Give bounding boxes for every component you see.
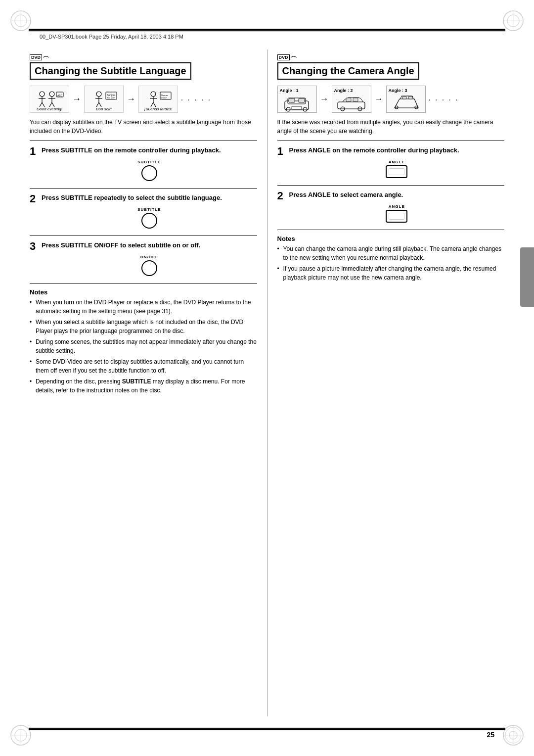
subtitle-dots: · · · · · [181,95,212,103]
left-step1-header: 1 Press SUBTITLE on the remote controlle… [30,146,257,157]
onoff-button-circle [141,260,157,276]
right-step1-button: ANGLE [289,160,505,178]
person-svg-3: ¡Buenas tardes! [143,90,173,109]
subtitle-illus-1: ABC Good evening! [30,86,69,113]
step2-divider-right [277,185,505,186]
left-step2: 2 Press SUBTITLE repeatedly to select th… [30,193,257,229]
left-step2-header: 2 Press SUBTITLE repeatedly to select th… [30,193,257,204]
right-dvd-arrow-icon [291,55,297,59]
notes-divider-left [30,283,257,284]
right-step2-button: ANGLE [289,204,505,223]
left-notes-list: When you turn on the DVD Player or repla… [30,298,257,395]
left-note-3: During some scenes, the subtitles may no… [30,337,257,355]
svg-point-17 [40,92,44,96]
svg-text:ABC: ABC [57,94,63,97]
svg-rect-55 [346,98,351,101]
subtitle-illus-3: ¡Buenas tardes! ¡Buenas tardes! [138,86,178,113]
svg-line-26 [52,102,54,107]
right-column: DVD Changing the Camera Angle Angle : 1 [267,49,505,716]
svg-line-21 [42,102,44,107]
subtitle-arrow-2: → [127,94,135,104]
left-dvd-label: DVD [30,54,257,60]
side-tab [520,247,534,307]
angle-button-1-label: ANGLE [389,160,405,164]
subtitle-button-1-circle [141,165,157,181]
onoff-button-label: ON/OFF [140,255,158,259]
right-notes: Notes You can change the camera angle du… [277,235,505,282]
dvd-arrow-icon [43,55,49,59]
svg-point-50 [303,107,307,111]
right-dvd-label: DVD [277,54,505,60]
left-step1-button: SUBTITLE [42,160,257,181]
right-step1-text: Press ANGLE on the remote controller dur… [289,146,459,155]
person-svg-1: ABC [35,90,64,109]
svg-rect-59 [402,96,406,99]
step3-divider-left [30,236,257,236]
file-info: 00_DV-SP301.book Page 25 Friday, April 1… [40,34,183,40]
angle-label-2: Angle : 2 [334,88,353,93]
svg-rect-45 [285,101,309,110]
left-step2-text: Press SUBTITLE repeatedly to select the … [42,193,222,202]
left-description: You can display subtitles on the TV scre… [30,118,257,136]
bottom-border-thick [29,728,505,730]
subtitle-illus-2: Bonjour Bon soir! Bon soir! [84,86,124,113]
right-notes-title: Notes [277,235,505,242]
angle-button-2-rect [386,210,407,223]
step1-divider-right [277,141,505,141]
left-step3-text: Press SUBTITLE ON/OFF to select subtitle… [42,241,200,250]
left-step3: 3 Press SUBTITLE ON/OFF to select subtit… [30,241,257,276]
left-column: DVD Changing the Subtitle Language [30,49,267,716]
svg-rect-47 [289,98,295,102]
right-step1-header: 1 Press ANGLE on the remote controller d… [277,146,505,157]
left-step1-number: 1 [30,146,39,157]
left-step2-number: 2 [30,193,39,204]
left-step3-button: ON/OFF [42,255,257,276]
left-note-5: Depending on the disc, pressing SUBTITLE… [30,377,257,395]
left-section-title: Changing the Subtitle Language [30,62,191,80]
angle-label-3: Angle : 3 [389,88,407,93]
step2-divider-left [30,188,257,189]
left-note-2: When you select a subtitle language whic… [30,318,257,335]
right-description: If the scene was recorded from multiple … [277,118,505,136]
svg-rect-60 [408,96,412,99]
left-step2-button: SUBTITLE [42,207,257,229]
left-notes: Notes When you turn on the DVD Player or… [30,288,257,395]
bottom-border-thin [29,727,505,727]
svg-point-57 [395,106,398,109]
person-svg-2: Bonjour Bon soir! [89,90,119,109]
right-step1-number: 1 [277,146,286,157]
angle-illus-3: Angle : 3 [386,86,426,113]
svg-text:tardes!: tardes! [161,96,167,99]
step1-divider-left [30,141,257,141]
svg-rect-56 [353,98,358,101]
main-content: DVD Changing the Subtitle Language [30,49,504,716]
page-number: 25 [487,731,494,739]
right-section-title: Changing the Camera Angle [277,62,419,80]
svg-point-29 [96,92,101,96]
svg-line-25 [49,102,52,107]
right-step2-number: 2 [277,190,286,201]
subtitle-illus-caption-2: Bon soir! [86,107,122,111]
angle-label-1: Angle : 1 [280,88,299,93]
left-step3-header: 3 Press SUBTITLE ON/OFF to select subtit… [30,241,257,252]
onoff-button: ON/OFF [140,255,158,276]
svg-point-58 [415,106,418,109]
subtitle-arrow-1: → [72,94,81,104]
left-step1: 1 Press SUBTITLE on the remote controlle… [30,146,257,181]
right-note-2: If you pause a picture immediately after… [277,264,505,282]
car-side-svg [335,93,367,112]
subtitle-illus-caption-1: Good evening! [31,107,68,111]
subtitle-button-1-label: SUBTITLE [137,160,161,164]
left-note-1: When you turn on the DVD Player or repla… [30,298,257,316]
right-step1: 1 Press ANGLE on the remote controller d… [277,146,505,178]
top-border-thin [29,32,505,32]
svg-point-37 [151,92,156,96]
svg-line-32 [96,102,99,107]
angle-button-1: ANGLE [386,160,407,178]
subtitle-button-2-circle [141,213,157,229]
top-border-thick [29,29,505,31]
angle-button-1-rect [386,165,407,178]
right-dvd-badge: DVD [277,54,290,60]
angle-illus-2: Angle : 2 [332,86,371,113]
right-step2-header: 2 Press ANGLE to select camera angle. [277,190,505,201]
